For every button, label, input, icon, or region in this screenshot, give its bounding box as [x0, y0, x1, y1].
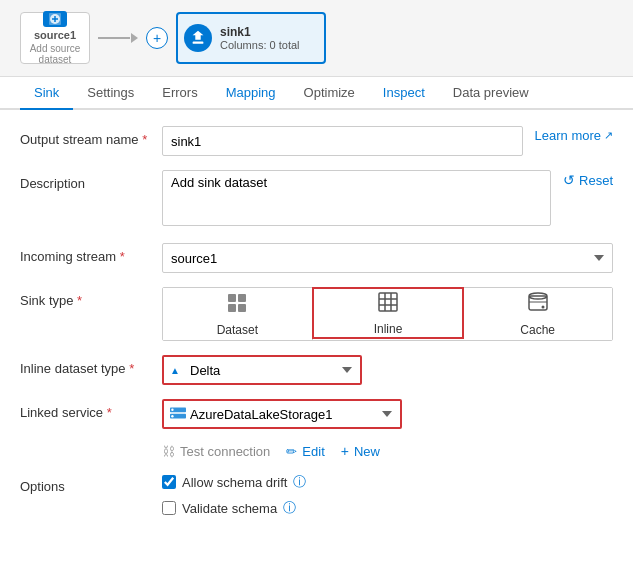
linked-service-label: Linked service *: [20, 399, 150, 420]
incoming-stream-select[interactable]: source1: [162, 243, 613, 273]
source-label: source1: [34, 29, 76, 41]
description-row: Description Add sink dataset ↺ Reset: [20, 170, 613, 229]
validate-schema-checkbox[interactable]: [162, 501, 176, 515]
linked-service-select-wrapper: AzureDataLakeStorage1: [162, 399, 402, 429]
output-stream-label: Output stream name *: [20, 126, 150, 147]
validate-schema-info-icon[interactable]: ⓘ: [283, 499, 296, 517]
sink-columns: Columns: 0 total: [220, 39, 300, 51]
sink-type-group: Dataset Inline: [162, 287, 613, 341]
pipeline-diagram: source1 Add source dataset + sink1 Colum…: [0, 0, 633, 77]
incoming-stream-row: Incoming stream * source1: [20, 243, 613, 273]
allow-schema-drift-row: Allow schema drift ⓘ: [162, 473, 306, 491]
allow-schema-drift-checkbox[interactable]: [162, 475, 176, 489]
options-row: Options Allow schema drift ⓘ Validate sc…: [20, 473, 613, 525]
inline-icon: [377, 291, 399, 318]
inline-dataset-type-select[interactable]: Delta Parquet CSV JSON: [162, 355, 362, 385]
reset-icon: ↺: [563, 172, 575, 188]
external-link-icon: ↗: [604, 129, 613, 142]
form-area: Output stream name * Learn more ↗ Descri…: [0, 110, 633, 555]
tab-sink[interactable]: Sink: [20, 77, 73, 110]
sink-type-label: Sink type *: [20, 287, 150, 308]
output-stream-row: Output stream name * Learn more ↗: [20, 126, 613, 156]
sink-type-cache[interactable]: Cache: [463, 288, 612, 340]
required-star-4: *: [129, 361, 134, 376]
sink-type-row: Sink type * Dataset: [20, 287, 613, 341]
source-node: source1 Add source dataset: [20, 12, 90, 64]
validate-schema-row: Validate schema ⓘ: [162, 499, 306, 517]
svg-point-15: [541, 305, 544, 308]
svg-rect-7: [379, 293, 397, 311]
learn-more-link[interactable]: Learn more ↗: [535, 128, 613, 143]
description-label: Description: [20, 170, 150, 191]
options-label: Options: [20, 473, 150, 494]
add-node-button[interactable]: +: [146, 27, 168, 49]
required-star: *: [142, 132, 147, 147]
reset-button[interactable]: ↺ Reset: [563, 172, 613, 188]
edit-button[interactable]: ✏ Edit: [286, 444, 324, 459]
options-section: Allow schema drift ⓘ Validate schema ⓘ: [162, 473, 306, 525]
svg-rect-2: [193, 42, 204, 44]
new-button[interactable]: + New: [341, 443, 380, 459]
tab-mapping[interactable]: Mapping: [212, 77, 290, 110]
required-star-2: *: [120, 249, 125, 264]
svg-rect-3: [228, 294, 236, 302]
pipeline-arrow: [98, 33, 138, 43]
incoming-stream-label: Incoming stream *: [20, 243, 150, 264]
new-icon: +: [341, 443, 349, 459]
test-conn-icon: ⛓: [162, 444, 175, 459]
test-connection-button: ⛓ Test connection: [162, 444, 270, 459]
inline-dataset-type-select-wrapper: ▲ Delta Parquet CSV JSON: [162, 355, 362, 385]
sink-type-dataset[interactable]: Dataset: [163, 288, 313, 340]
inline-dataset-type-row: Inline dataset type * ▲ Delta Parquet CS…: [20, 355, 613, 385]
tab-settings[interactable]: Settings: [73, 77, 148, 110]
tab-optimize[interactable]: Optimize: [290, 77, 369, 110]
svg-rect-6: [238, 304, 246, 312]
tab-data-preview[interactable]: Data preview: [439, 77, 543, 110]
linked-service-row: Linked service * AzureDataLakeStorage1: [20, 399, 613, 429]
allow-schema-drift-info-icon[interactable]: ⓘ: [293, 473, 306, 491]
allow-schema-drift-label[interactable]: Allow schema drift: [182, 475, 287, 490]
svg-rect-4: [238, 294, 246, 302]
description-input[interactable]: Add sink dataset: [162, 170, 551, 226]
dataset-icon: [226, 292, 248, 319]
linked-service-select[interactable]: AzureDataLakeStorage1: [162, 399, 402, 429]
inline-dataset-type-label: Inline dataset type *: [20, 355, 150, 376]
sink-name: sink1: [220, 25, 300, 39]
tab-bar: Sink Settings Errors Mapping Optimize In…: [0, 77, 633, 110]
tab-errors[interactable]: Errors: [148, 77, 211, 110]
source-sublabel: Add source dataset: [25, 43, 85, 65]
output-stream-input[interactable]: [162, 126, 523, 156]
cache-icon: [527, 292, 549, 319]
svg-rect-5: [228, 304, 236, 312]
edit-icon: ✏: [286, 444, 297, 459]
tab-inspect[interactable]: Inspect: [369, 77, 439, 110]
sink-icon: [184, 24, 212, 52]
required-star-5: *: [107, 405, 112, 420]
sink-type-inline[interactable]: Inline: [312, 287, 465, 339]
test-connection-row: ⛓ Test connection ✏ Edit + New: [162, 443, 613, 459]
source-icon: [43, 11, 67, 27]
validate-schema-label[interactable]: Validate schema: [182, 501, 277, 516]
sink-node: sink1 Columns: 0 total: [176, 12, 326, 64]
required-star-3: *: [77, 293, 82, 308]
